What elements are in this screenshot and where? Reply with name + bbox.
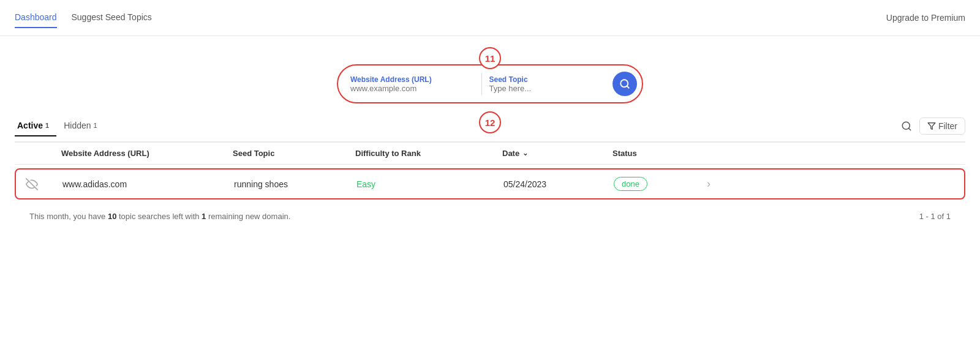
footer-searches-left: 10 [108,212,116,221]
table-row-highlighted-container: www.adidas.com running shoes Easy 05/24/… [15,168,965,200]
upgrade-button[interactable]: Upgrade to Premium [886,13,965,23]
url-field: Website Address (URL) [350,75,474,93]
filter-icon [927,122,936,130]
table-row[interactable]: www.adidas.com running shoes Easy 05/24/… [16,170,964,198]
row-difficulty: Easy [347,179,494,189]
tab-hidden[interactable]: Hidden 1 [61,116,105,136]
search-icon [619,78,630,89]
row-date: 05/24/2023 [494,179,604,189]
row-seed-topic: running shoes [224,179,347,189]
table-section: Active 1 Hidden 1 Filter 12 [0,116,980,221]
annotation-11: 11 [479,47,501,69]
search-button[interactable] [612,72,637,96]
table-wrapper: 12 Website Address (URL) Seed Topic Diff… [15,142,965,200]
footer-text-start: This month, you have [29,212,108,221]
filter-button[interactable]: Filter [919,117,965,135]
top-nav: Dashboard Suggest Seed Topics Upgrade to… [0,0,980,36]
url-field-label: Website Address (URL) [350,75,474,84]
annotation-12: 12 [479,111,501,133]
topic-field: Seed Topic [489,75,613,93]
filter-label: Filter [938,121,957,131]
tab-active[interactable]: Active 1 [15,116,56,136]
topic-field-label: Seed Topic [489,75,613,84]
svg-line-1 [627,86,628,88]
footer-text-mid: topic searches left with [116,212,202,221]
footer-pagination: 1 - 1 of 1 [919,212,951,221]
tab-hidden-badge: 1 [94,122,97,129]
eye-off-icon [26,178,38,190]
table-header-row: Website Address (URL) Seed Topic Difficu… [15,142,965,165]
row-status: done [604,177,702,191]
tab-hidden-label: Hidden [64,121,91,130]
footer-text-end: remaining new domain. [206,212,290,221]
th-status: Status [603,149,701,158]
search-bar-wrapper: Website Address (URL) Seed Topic [337,64,643,103]
row-url: www.adidas.com [53,179,224,189]
svg-line-3 [908,128,910,130]
th-date-label: Date [502,149,519,158]
nav-tab-suggest[interactable]: Suggest Seed Topics [72,7,152,28]
footer-bar: This month, you have 10 topic searches l… [15,203,965,221]
th-seed: Seed Topic [223,149,345,158]
table-tabs: Active 1 Hidden 1 [15,116,105,136]
tab-active-label: Active [17,121,43,130]
search-bar: Website Address (URL) Seed Topic [337,64,643,103]
url-input[interactable] [350,84,474,93]
row-eye-off-icon [16,178,53,190]
sort-icon: ⌄ [522,149,528,157]
th-url: Website Address (URL) [51,149,223,158]
nav-right: Upgrade to Premium [886,13,965,23]
status-badge: done [614,177,647,191]
table-tab-actions: Filter [901,117,965,135]
nav-tab-dashboard[interactable]: Dashboard [15,7,57,28]
search-section: 11 Website Address (URL) Seed Topic [0,36,980,116]
th-date[interactable]: Date ⌄ [492,149,603,158]
footer-left: This month, you have 10 topic searches l… [29,212,290,221]
tab-active-badge: 1 [45,122,49,129]
search-divider [481,73,482,95]
search-table-button[interactable] [901,121,912,132]
search-table-icon [901,121,912,132]
row-chevron-icon: › [707,177,710,190]
th-difficulty: Difficulty to Rank [345,149,492,158]
nav-tabs: Dashboard Suggest Seed Topics [15,7,152,28]
svg-marker-4 [928,123,935,130]
row-arrow[interactable]: › [702,177,726,190]
topic-input[interactable] [489,84,613,93]
